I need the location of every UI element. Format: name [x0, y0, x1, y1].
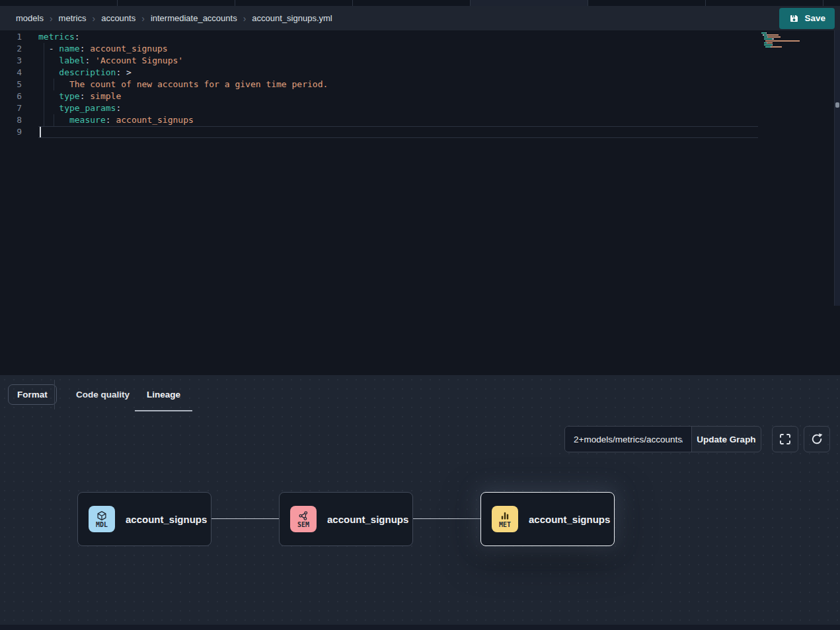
app-tab[interactable]: [235, 0, 353, 6]
app-tab[interactable]: [118, 0, 235, 6]
breadcrumb-item[interactable]: intermediate_accounts: [151, 13, 237, 23]
breadcrumb: models›metrics›accounts›intermediate_acc…: [16, 13, 779, 23]
network-triangle-icon: [298, 510, 309, 521]
lineage-canvas[interactable]: MDLaccount_signupsSEMaccount_signupsMETa…: [0, 375, 840, 625]
code-line[interactable]: 2 - name: account_signups: [0, 43, 758, 55]
breadcrumb-separator-icon: ›: [50, 14, 53, 23]
line-number: 5: [0, 79, 26, 90]
breadcrumb-item[interactable]: accounts: [101, 13, 135, 23]
code-line[interactable]: 8 measure: account_signups: [0, 114, 758, 126]
code-line-content: type: simple: [38, 90, 758, 102]
code-token: [38, 91, 59, 101]
code-line-content: description: >: [38, 67, 758, 79]
app-tab[interactable]: [353, 0, 471, 6]
app-window: models›metrics›accounts›intermediate_acc…: [0, 0, 840, 630]
code-line-content: type_params:: [38, 102, 758, 114]
line-number: 6: [0, 90, 26, 102]
node-label: account_signups: [126, 514, 207, 525]
app-tab[interactable]: [471, 0, 588, 6]
code-line[interactable]: 1metrics:: [0, 31, 758, 43]
save-button-label: Save: [804, 13, 825, 23]
code-token: simple: [85, 91, 121, 101]
code-line[interactable]: 9: [0, 126, 758, 138]
code-line[interactable]: 3 label: 'Account Signups': [0, 55, 758, 67]
node-label: account_signups: [327, 514, 408, 525]
code-token: :: [106, 115, 111, 125]
line-number: 4: [0, 67, 26, 79]
app-tab[interactable]: [588, 0, 706, 6]
code-line[interactable]: 6 type: simple: [0, 90, 758, 102]
cube-icon: [96, 510, 107, 521]
code-token: label: [59, 55, 85, 65]
code-editor[interactable]: 1metrics:2 - name: account_signups3 labe…: [0, 30, 840, 375]
minimap-line: [761, 44, 800, 46]
code-lines: 1metrics:2 - name: account_signups3 labe…: [0, 31, 758, 138]
code-token: 'Account Signups': [90, 55, 183, 65]
code-line[interactable]: 4 description: >: [0, 67, 758, 79]
code-token: type: [59, 91, 79, 101]
scrollbar-thumb[interactable]: [835, 102, 839, 108]
line-number: 8: [0, 114, 26, 126]
code-token: :: [116, 103, 121, 113]
node-badge-label: MDL: [96, 522, 108, 528]
code-line[interactable]: 5 The count of new accounts for a given …: [0, 79, 758, 90]
indent-guide: [44, 102, 44, 114]
code-token: -: [49, 44, 59, 53]
breadcrumb-separator-icon: ›: [92, 14, 95, 23]
code-token: name: [59, 44, 79, 53]
line-number: 7: [0, 102, 26, 114]
lineage-node-sem[interactable]: SEMaccount_signups: [279, 492, 413, 546]
code-line[interactable]: 7 type_params:: [0, 102, 758, 114]
minimap-line: [761, 46, 800, 48]
code-token: [38, 103, 59, 113]
code-line-content: metrics:: [38, 31, 758, 43]
node-badge-met: MET: [492, 506, 518, 532]
code-token: measure: [69, 115, 106, 125]
line-number: 3: [0, 55, 26, 67]
breadcrumb-item[interactable]: account_signups.yml: [252, 13, 332, 23]
indent-guide: [44, 114, 44, 126]
breadcrumb-item[interactable]: metrics: [59, 13, 87, 23]
code-token: metrics: [38, 32, 75, 42]
code-token: account_signups: [85, 44, 167, 53]
indent-guide: [44, 79, 44, 90]
code-line-content: [38, 126, 758, 138]
node-label: account_signups: [529, 514, 610, 525]
code-line-content: - name: account_signups: [38, 43, 758, 55]
bottom-panel: Format Code quality Lineage Update Graph: [0, 375, 840, 625]
code-token: The count of new accounts for a given ti…: [69, 79, 328, 89]
node-badge-mdl: MDL: [89, 506, 115, 532]
code-line-content: measure: account_signups: [38, 114, 758, 126]
code-token: description: [59, 67, 116, 77]
minimap-line: [761, 32, 800, 34]
tab-strip: [0, 0, 840, 6]
code-line-content: label: 'Account Signups': [38, 55, 758, 67]
app-tab[interactable]: [706, 0, 823, 6]
breadcrumb-item[interactable]: models: [16, 13, 44, 23]
lineage-edge: [211, 518, 279, 519]
save-button[interactable]: Save: [779, 8, 835, 29]
code-token: [38, 67, 59, 77]
topbar: models›metrics›accounts›intermediate_acc…: [0, 6, 840, 30]
node-badge-sem: SEM: [290, 506, 317, 532]
app-tab[interactable]: [823, 0, 840, 6]
indent-guide: [54, 114, 54, 126]
breadcrumb-separator-icon: ›: [243, 14, 247, 23]
minimap-line: [761, 48, 800, 50]
minimap-line: [761, 38, 800, 40]
lineage-node-mdl[interactable]: MDLaccount_signups: [77, 492, 211, 546]
bar-chart-icon: [500, 510, 510, 521]
minimap[interactable]: [761, 32, 800, 50]
indent-guide: [54, 79, 54, 90]
lineage-edge: [413, 518, 480, 519]
editor-scrollbar[interactable]: [834, 30, 840, 306]
minimap-line: [761, 42, 800, 44]
minimap-line: [761, 40, 800, 42]
code-line-content: The count of new accounts for a given ti…: [38, 79, 758, 90]
text-cursor: [40, 127, 41, 137]
indent-guide: [44, 67, 44, 79]
indent-guide: [44, 55, 44, 67]
lineage-node-met[interactable]: METaccount_signups: [480, 492, 615, 546]
app-tab[interactable]: [0, 0, 118, 6]
indent-guide: [44, 90, 44, 102]
